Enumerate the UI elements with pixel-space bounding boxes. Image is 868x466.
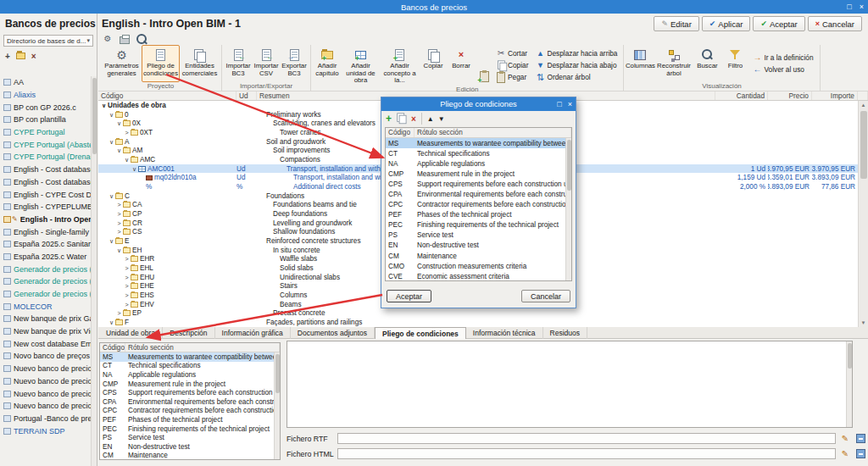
paste-concept-button[interactable]: + — [477, 69, 491, 83]
sidebar-item[interactable]: CYPE Portugal (Drenagem) — [0, 151, 91, 164]
toolbar-item-desplazar-hacia-abajo[interactable]: ▼Desplazar hacia abajo — [536, 60, 617, 70]
collapsed-icon[interactable]: > — [115, 310, 123, 316]
sidebar-item[interactable]: New banque de prix Gabarit — [0, 313, 91, 325]
sidebar-item[interactable]: España 2025.c Sanitary — [0, 238, 91, 251]
sidebar-item[interactable]: Generador de precios (evacu... — [0, 263, 91, 275]
tree-row[interactable]: ∨FFaçades, partitions and railings — [98, 318, 868, 327]
sidebar-item[interactable]: CYPE Portugal (Abasteciem... — [0, 138, 91, 151]
sidebar-item[interactable]: Aliaxis — [0, 89, 91, 102]
toolbar-button-copiar[interactable]: Copiar — [420, 45, 447, 86]
sidebar-item[interactable]: English - Cost databases - 1 — [0, 176, 91, 189]
section-row[interactable]: CVEEconomic assessment criteria — [386, 271, 571, 281]
toolbar-item-copiar[interactable]: Copiar — [497, 60, 528, 70]
expanded-icon[interactable]: ∨ — [108, 112, 115, 118]
toolbar-button-borrar[interactable]: ×Borrar — [448, 45, 475, 86]
tab-informaci-n-gr-fica[interactable]: Información gráfica — [215, 327, 291, 339]
toolbar-item-pegar[interactable]: Pegar — [497, 72, 528, 82]
dialog-close-icon[interactable]: × — [568, 100, 572, 108]
collapsed-icon[interactable]: > — [123, 283, 131, 289]
section-row[interactable]: CMMaintenance — [386, 251, 571, 261]
section-row[interactable]: NAApplicable regulations — [386, 158, 571, 169]
toolbar-button-entidades-comerciales[interactable]: Entidades comerciales — [181, 45, 219, 82]
toolbar-button-buscar[interactable]: Buscar — [693, 45, 721, 82]
tab-residuos[interactable]: Residuos — [543, 327, 587, 339]
sidebar-item[interactable]: Nuevo banco de precios a p... — [0, 387, 91, 400]
toolbar-item-cortar[interactable]: ✂Cortar — [497, 48, 528, 58]
section-row[interactable]: CMOConstruction measurements criteria — [386, 261, 571, 271]
add-database-icon[interactable]: + — [5, 53, 10, 61]
expanded-icon[interactable]: ∨ — [108, 139, 115, 145]
sidebar-item[interactable]: MOLECOR — [0, 300, 91, 313]
section-row[interactable]: CMMaintenance — [100, 452, 280, 460]
header-button-cancelar[interactable]: ×Cancelar — [808, 16, 862, 31]
section-row[interactable]: MSMeasurements to warantee compatibility… — [386, 138, 571, 148]
toolbar-button-a-adir-cap-tulo[interactable]: +Añadir capítulo — [314, 45, 341, 86]
toolbar-button-exportar-bc3[interactable]: →Exportar BC3 — [281, 45, 308, 82]
sidebar-item[interactable]: España 2025.c Water — [0, 251, 91, 264]
maximize-icon[interactable]: □ — [847, 0, 851, 14]
tree-row[interactable]: >EPPrecast concrete — [98, 308, 868, 318]
section-text-area[interactable] — [287, 341, 853, 428]
scrollbar-thumb[interactable] — [860, 111, 867, 179]
header-button-aplicar[interactable]: ✔Aplicar — [702, 16, 751, 31]
zoom-button[interactable] — [136, 34, 147, 44]
view-file-icon[interactable] — [854, 449, 866, 458]
delete-section-icon[interactable]: × — [411, 114, 416, 124]
sidebar-item[interactable]: New cost database Empty — [0, 337, 91, 350]
print-button[interactable] — [119, 34, 131, 44]
section-row[interactable]: CTTechnical specifications — [100, 362, 280, 371]
toolbar-button-a-adir-concepto-a-la-[interactable]: +Añadir concepto a la... — [381, 45, 419, 86]
sidebar-item[interactable]: Generador de precios (sumin... — [0, 275, 91, 288]
delete-database-icon[interactable]: × — [31, 53, 36, 61]
sidebar-item[interactable]: Novo banco de preços Mod... — [0, 350, 91, 363]
expanded-icon[interactable]: ∨ — [108, 319, 115, 325]
collapsed-icon[interactable]: > — [123, 265, 131, 271]
tab-informaci-n-t-cnica[interactable]: Información técnica — [466, 327, 543, 339]
section-row[interactable]: CMPMeasurement rule in the project — [386, 169, 571, 179]
collapsed-icon[interactable]: > — [115, 211, 123, 217]
close-icon[interactable]: × — [860, 0, 864, 14]
header-button-aceptar[interactable]: ✔Aceptar — [753, 16, 804, 31]
edit-file-icon[interactable]: ✎ — [839, 449, 851, 458]
collapsed-icon[interactable]: > — [115, 220, 123, 226]
toolbar-button-pliego-de-condiciones[interactable]: Pliego de condiciones — [142, 45, 180, 82]
sidebar-item[interactable]: BP con plantilla — [0, 114, 91, 126]
edit-file-icon[interactable]: ✎ — [839, 434, 851, 443]
sidebar-item[interactable]: Nuevo banco de precios em... — [0, 400, 91, 413]
sidebar-scrollbar[interactable] — [91, 76, 97, 466]
collapsed-icon[interactable]: > — [123, 256, 131, 262]
toolbar-button-reconstruir-rbol[interactable]: Reconstruir árbol — [654, 45, 693, 82]
dialog-accept-button[interactable]: Aceptar — [387, 290, 431, 302]
sidebar-item[interactable]: Generador de precios (sumin... — [0, 288, 91, 301]
sidebar-item[interactable]: English - Single-family detac... — [0, 225, 91, 238]
sidebar-item[interactable]: New banque de prix Vide — [0, 325, 91, 338]
section-row[interactable]: CPCContractor requirements before each c… — [100, 407, 280, 416]
section-row[interactable]: PECFinishing requirements of the technic… — [100, 424, 280, 434]
toolbar-item-ordenar-rbol[interactable]: ⇅Ordenar árbol — [536, 72, 617, 82]
tab-descripci-n[interactable]: Descripción — [163, 327, 214, 339]
section-row[interactable]: ENNon-destructive test — [386, 241, 571, 251]
section-row[interactable]: PSService test — [100, 433, 280, 442]
expanded-icon[interactable]: ∨ — [100, 103, 108, 108]
toolbar-item-desplazar-hacia-arriba[interactable]: ▲Desplazar hacia arriba — [536, 48, 617, 58]
sidebar-item[interactable]: Nuevo banco de precios a p... — [0, 375, 91, 388]
section-row[interactable]: CPCContractor requirements before each c… — [386, 200, 571, 210]
section-row[interactable]: CMPMeasurement rule in the project — [100, 380, 280, 389]
settings-button[interactable]: ⚙ — [102, 34, 114, 44]
expanded-icon[interactable]: ∨ — [115, 247, 123, 253]
scrollbar-thumb[interactable] — [848, 343, 852, 369]
toolbar-button-a-adir-unidad-de-obra[interactable]: +Añadir unidad de obra — [342, 45, 380, 86]
sidebar-item[interactable]: AA — [0, 76, 91, 89]
dialog-maximize-icon[interactable]: □ — [557, 100, 561, 108]
toolbar-button-par-metros-generales[interactable]: ⚙Parámetros generales — [103, 45, 141, 82]
section-row[interactable]: PSService test — [386, 230, 571, 241]
tree-scrollbar[interactable]: ▲ ▼ — [858, 101, 868, 327]
sidebar-item[interactable]: English - Cost database - 2 — [0, 164, 91, 176]
collapsed-icon[interactable]: > — [123, 130, 131, 136]
fichero-rtf-input[interactable] — [337, 433, 836, 444]
section-row[interactable]: PECFinishing requirements of the technic… — [386, 220, 571, 230]
open-folder-icon[interactable] — [16, 53, 25, 61]
section-row[interactable]: MSMeasurements to warantee compatibility… — [100, 352, 280, 362]
directory-select[interactable]: Directorio de bases de d... ▾ — [3, 35, 93, 47]
text-scrollbar[interactable] — [846, 341, 852, 427]
